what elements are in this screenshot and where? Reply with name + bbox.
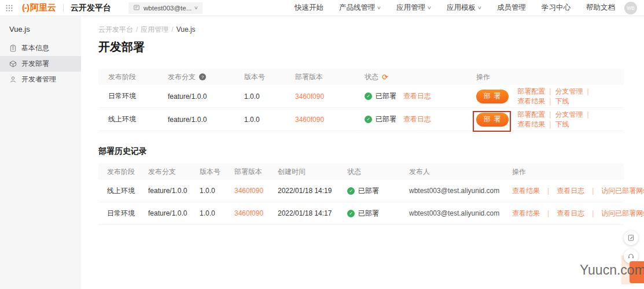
col-stage: 发布阶段 (107, 167, 135, 177)
stage-cell: 日常环境 (108, 91, 136, 101)
view-log-link[interactable]: 查看日志 (403, 114, 431, 124)
nav-app-management[interactable]: 应用管理∨ (396, 3, 431, 13)
sidebar-app-title: Vue.js (0, 16, 81, 40)
col-stage: 发布阶段 (108, 72, 136, 82)
deploy-version-link[interactable]: 3460f090 (234, 209, 263, 217)
col-deploy-version: 部署版本 (295, 72, 323, 82)
breadcrumb-platform[interactable]: 云开发平台 (98, 25, 133, 34)
visit-site-link[interactable]: 访问已部署网站 (601, 186, 644, 196)
visit-site-link[interactable]: 访问已部署网站 (601, 209, 644, 218)
deploy-table-header: 发布阶段 发布分支? 版本号 部署版本 状态⟳ 操作 (98, 69, 624, 85)
help-icon[interactable]: ? (199, 73, 206, 80)
check-icon: ✓ (365, 92, 372, 100)
account-switcher-label: wbtest003@te... (143, 5, 192, 12)
sidebar-item-label: 基本信息 (21, 43, 49, 53)
nav-member-management[interactable]: 成员管理 (497, 3, 526, 13)
col-status: 状态 (347, 167, 361, 177)
sidebar-item-developer-management[interactable]: 开发者管理 (0, 72, 81, 87)
col-deploy-version: 部署版本 (234, 167, 262, 177)
nav-app-template[interactable]: 应用模板∨ (447, 3, 481, 13)
breadcrumb: 云开发平台/应用管理/Vue.js (98, 25, 624, 35)
nav-quick-start[interactable]: 快速开始 (295, 3, 323, 13)
offline-link[interactable]: 下线 (555, 97, 569, 105)
view-result-link[interactable]: 查看结果 (512, 209, 540, 218)
check-icon: ✓ (347, 210, 355, 217)
history-section-title: 部署历史记录 (98, 146, 624, 157)
nav-product-line[interactable]: 产品线管理∨ (339, 3, 381, 13)
apps-grid-icon[interactable] (5, 3, 14, 13)
console-icon (133, 4, 141, 12)
nav-learning-center[interactable]: 学习中心 (542, 3, 571, 13)
view-result-link[interactable]: 查看结果 (517, 120, 545, 128)
status-badge: 已部署 (358, 209, 379, 218)
deploy-version-link[interactable]: 3460f090 (234, 187, 263, 195)
col-version: 版本号 (200, 167, 220, 177)
col-version: 版本号 (244, 72, 265, 82)
feedback-button[interactable] (624, 231, 638, 245)
version-cell: 1.0.0 (200, 187, 215, 195)
stage-cell: 线上环境 (108, 114, 136, 124)
deploy-button[interactable]: 部 署 (476, 113, 509, 127)
branch-cell: feature/1.0.0 (168, 92, 207, 101)
breadcrumb-app-management[interactable]: 应用管理 (141, 25, 168, 34)
col-branch: 发布分支 (148, 167, 176, 177)
view-log-link[interactable]: 查看日志 (403, 91, 431, 101)
account-switcher[interactable]: wbtest003@te... ∨ (128, 2, 203, 14)
deploy-config-link[interactable]: 部署配置 (517, 87, 545, 95)
corner-action-button[interactable] (630, 261, 644, 283)
check-icon: ✓ (347, 187, 355, 195)
top-header: (-) 阿里云 云开发平台 wbtest003@te... ∨ 快速开始 产品线… (0, 0, 644, 16)
clipboard-icon (9, 45, 17, 52)
view-result-link[interactable]: 查看结果 (517, 97, 545, 105)
sidebar-item-basic-info[interactable]: 基本信息 (0, 40, 81, 56)
publisher-cell: wbtest003@test.aliyunid.com (409, 209, 499, 217)
view-result-link[interactable]: 查看结果 (512, 186, 540, 196)
view-log-link[interactable]: 查看日志 (557, 186, 584, 196)
branch-cell: feature/1.0.0 (148, 209, 187, 217)
stage-cell: 线上环境 (107, 186, 135, 196)
status-badge: 已部署 (376, 91, 396, 101)
status-badge: 已部署 (358, 186, 379, 196)
nav-help-docs[interactable]: 帮助文档 (586, 3, 615, 13)
version-cell: 1.0.0 (244, 92, 260, 101)
main-content: 云开发平台/应用管理/Vue.js 开发部署 发布阶段 发布分支? 版本号 部署… (81, 16, 644, 289)
sidebar: Vue.js 基本信息 开发部署 开发者管理 (0, 16, 81, 289)
survey-icon (627, 234, 635, 242)
deploy-version-link[interactable]: 3460f090 (295, 116, 324, 124)
offline-link[interactable]: 下线 (555, 120, 569, 128)
cube-icon (9, 60, 17, 68)
headset-icon (627, 253, 635, 260)
created-cell: 2022/01/18 14:17 (278, 209, 332, 217)
col-actions: 操作 (476, 72, 490, 82)
deploy-config-link[interactable]: 部署配置 (517, 110, 545, 118)
refresh-icon[interactable]: ⟳ (382, 73, 388, 81)
deploy-table: 发布阶段 发布分支? 版本号 部署版本 状态⟳ 操作 日常环境 feature/… (98, 69, 624, 131)
sidebar-item-label: 开发部署 (21, 59, 49, 69)
aliyun-logo-mark: (-) (22, 2, 29, 12)
header-nav: 快速开始 产品线管理∨ 应用管理∨ 应用模板∨ 成员管理 学习中心 帮助文档 (295, 3, 615, 13)
publisher-cell: wbtest003@test.aliyunid.com (409, 187, 499, 195)
branch-management-link[interactable]: 分支管理 (555, 110, 583, 118)
breadcrumb-current: Vue.js (176, 25, 196, 34)
avatar[interactable]: WB (624, 2, 637, 14)
sidebar-item-dev-deploy[interactable]: 开发部署 (0, 56, 81, 72)
created-cell: 2022/01/18 14:19 (278, 187, 332, 195)
chevron-down-icon: ∨ (194, 5, 198, 10)
col-actions: 操作 (512, 167, 526, 177)
aliyun-logo-text: 阿里云 (30, 2, 56, 13)
col-created: 创建时间 (278, 167, 306, 177)
branch-management-link[interactable]: 分支管理 (555, 87, 583, 95)
col-branch: 发布分支 (168, 72, 196, 82)
check-icon: ✓ (365, 116, 372, 123)
branch-cell: feature/1.0.0 (168, 116, 207, 124)
aliyun-logo[interactable]: (-) 阿里云 (22, 2, 56, 13)
sidebar-item-label: 开发者管理 (21, 75, 56, 84)
deploy-version-link[interactable]: 3460f090 (295, 92, 324, 101)
view-log-link[interactable]: 查看日志 (557, 209, 584, 218)
version-cell: 1.0.0 (200, 209, 215, 217)
deploy-button[interactable]: 部 署 (476, 90, 509, 103)
version-cell: 1.0.0 (244, 116, 260, 124)
header-divider (63, 4, 64, 12)
col-publisher: 发布人 (409, 167, 430, 177)
table-row: 线上环境 feature/1.0.0 1.0.0 3460f090 2022/0… (98, 180, 624, 202)
